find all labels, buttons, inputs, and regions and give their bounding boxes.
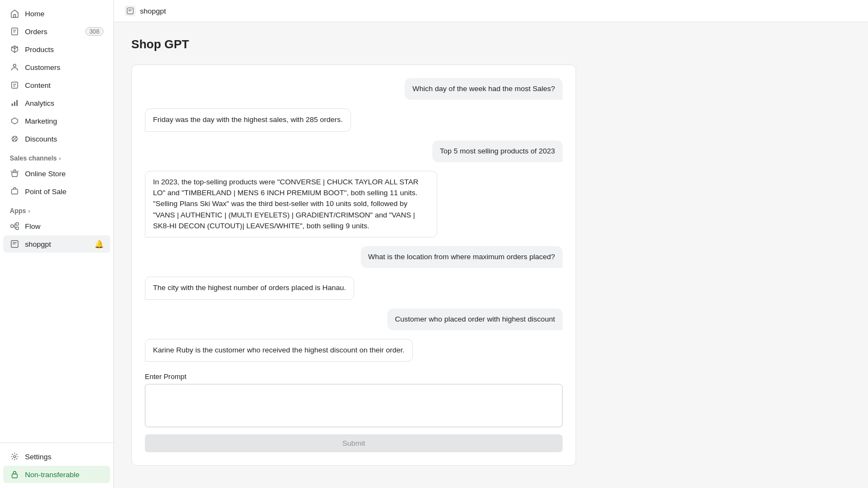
sales-channels-section[interactable]: Sales channels ›: [0, 148, 113, 164]
svg-rect-0: [11, 28, 17, 35]
svg-rect-11: [16, 227, 18, 230]
content-area: Shop GPT Which day of the week had the m…: [114, 22, 868, 488]
sidebar-nav: Home Orders 308 Products Customers: [0, 0, 113, 442]
message-row-4: In 2023, the top-selling products were "…: [145, 171, 563, 237]
topbar-app-name: shopgpt: [140, 7, 166, 15]
analytics-icon: [10, 98, 20, 108]
message-row-5: What is the location from where maximum …: [145, 246, 563, 268]
svg-point-13: [14, 455, 16, 458]
sidebar-item-settings-label: Settings: [25, 453, 104, 461]
svg-rect-5: [16, 100, 17, 106]
svg-rect-10: [16, 223, 18, 226]
message-row-6: The city with the highest number of orde…: [145, 277, 563, 299]
sidebar-item-products[interactable]: Products: [3, 41, 110, 58]
svg-rect-4: [14, 102, 15, 106]
message-row-1: Which day of the week had the most Sales…: [145, 78, 563, 100]
sidebar-item-orders-label: Orders: [25, 28, 80, 36]
sidebar-item-home-label: Home: [25, 10, 104, 18]
message-row-2: Friday was the day with the highest sale…: [145, 108, 563, 131]
orders-icon: [10, 27, 20, 36]
store-icon: [10, 169, 20, 178]
pos-icon: [10, 187, 20, 196]
sidebar-item-non-transferable-label: Non-transferable: [25, 471, 104, 479]
sidebar-item-content-label: Content: [25, 81, 104, 89]
sales-channels-label: Sales channels: [10, 155, 57, 162]
notification-bell-icon: 🔔: [94, 240, 104, 248]
discounts-icon: [10, 134, 20, 144]
customers-icon: [10, 62, 20, 72]
message-row-7: Customer who placed order with highest d…: [145, 309, 563, 330]
sidebar-item-orders[interactable]: Orders 308: [3, 23, 110, 40]
shopgpt-icon: [10, 239, 20, 249]
topbar-app-icon: [125, 5, 136, 16]
sidebar-item-settings[interactable]: Settings: [3, 448, 110, 465]
apps-section[interactable]: Apps ›: [0, 201, 113, 217]
prompt-area: Enter Prompt Submit: [145, 373, 563, 452]
message-bubble-7: Customer who placed order with highest d…: [387, 309, 563, 330]
sidebar-item-online-store[interactable]: Online Store: [3, 165, 110, 182]
submit-button[interactable]: Submit: [145, 434, 563, 452]
sidebar-item-discounts-label: Discounts: [25, 135, 104, 143]
orders-badge: 308: [85, 27, 104, 36]
sidebar-item-marketing-label: Marketing: [25, 117, 104, 125]
marketing-icon: [10, 116, 20, 126]
sidebar-item-customers[interactable]: Customers: [3, 59, 110, 76]
prompt-label: Enter Prompt: [145, 373, 563, 381]
chevron-right-icon2: ›: [28, 208, 30, 214]
message-bubble-5: What is the location from where maximum …: [361, 246, 563, 268]
chevron-right-icon: ›: [59, 156, 61, 162]
sidebar-item-marketing[interactable]: Marketing: [3, 112, 110, 130]
sidebar-item-shopgpt[interactable]: shopgpt 🔔: [3, 235, 110, 253]
svg-rect-2: [11, 82, 17, 88]
svg-rect-9: [11, 225, 14, 228]
svg-rect-14: [12, 474, 17, 478]
sidebar-item-flow[interactable]: Flow: [3, 217, 110, 235]
content-icon: [10, 80, 20, 90]
products-icon: [10, 44, 20, 54]
topbar: shopgpt: [114, 0, 868, 22]
sidebar-item-customers-label: Customers: [25, 63, 104, 72]
settings-icon: [10, 452, 20, 461]
sidebar-item-pos-label: Point of Sale: [25, 188, 104, 196]
svg-rect-8: [11, 189, 17, 194]
main-content: shopgpt Shop GPT Which day of the week h…: [114, 0, 868, 488]
prompt-input[interactable]: [145, 384, 563, 427]
sidebar-item-products-label: Products: [25, 46, 104, 54]
sidebar-item-analytics[interactable]: Analytics: [3, 94, 110, 112]
sidebar-item-content[interactable]: Content: [3, 76, 110, 94]
sidebar: Home Orders 308 Products Customers: [0, 0, 114, 488]
sidebar-item-non-transferable[interactable]: Non-transferable: [3, 466, 110, 483]
svg-rect-3: [11, 104, 12, 106]
message-row-8: Karine Ruby is the customer who received…: [145, 339, 563, 362]
message-bubble-8: Karine Ruby is the customer who received…: [145, 339, 413, 362]
message-row-3: Top 5 most selling products of 2023: [145, 140, 563, 162]
sidebar-bottom: Settings Non-transferable: [0, 442, 113, 488]
svg-point-1: [14, 64, 16, 67]
sidebar-item-online-store-label: Online Store: [25, 170, 104, 178]
sidebar-item-home[interactable]: Home: [3, 5, 110, 22]
apps-label: Apps: [10, 207, 26, 215]
sidebar-item-flow-label: Flow: [25, 222, 104, 230]
page-title: Shop GPT: [131, 37, 851, 52]
message-bubble-6: The city with the highest number of orde…: [145, 277, 354, 299]
sidebar-item-pos[interactable]: Point of Sale: [3, 183, 110, 200]
message-bubble-3: Top 5 most selling products of 2023: [432, 140, 563, 162]
message-bubble-1: Which day of the week had the most Sales…: [405, 78, 563, 100]
sidebar-item-shopgpt-label: shopgpt: [25, 240, 89, 248]
message-bubble-2: Friday was the day with the highest sale…: [145, 108, 351, 131]
lock-icon: [10, 470, 20, 479]
sidebar-item-discounts[interactable]: Discounts: [3, 130, 110, 147]
chat-container: Which day of the week had the most Sales…: [131, 65, 576, 466]
message-bubble-4: In 2023, the top-selling products were "…: [145, 171, 437, 237]
home-icon: [10, 9, 20, 18]
flow-icon: [10, 221, 20, 231]
sidebar-item-analytics-label: Analytics: [25, 99, 104, 107]
